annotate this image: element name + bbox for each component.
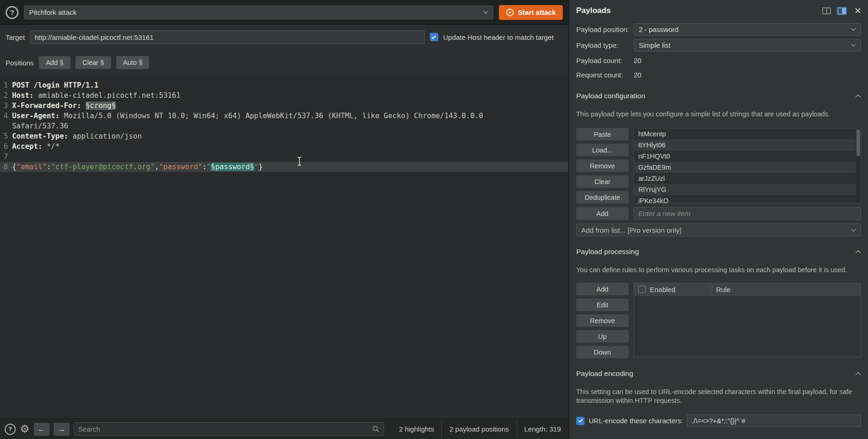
line-number: 6 bbox=[0, 141, 12, 152]
code-token: */* bbox=[42, 142, 59, 151]
start-attack-label: Start attack bbox=[518, 8, 556, 16]
deduplicate-button[interactable]: Deduplicate bbox=[576, 191, 629, 204]
payload-list-item[interactable]: htMcentp bbox=[634, 128, 856, 140]
split-layout-icon[interactable] bbox=[837, 6, 847, 15]
editor-line[interactable]: 6Accept: */* bbox=[0, 141, 568, 152]
payload-count-value: 20 bbox=[634, 57, 861, 64]
move-rule-down-button[interactable]: Down bbox=[576, 346, 629, 358]
line-number: 3 bbox=[0, 101, 12, 111]
editor-line[interactable]: 4User-Agent: Mozilla/5.0 (Windows NT 10.… bbox=[0, 111, 568, 121]
line-number: 8 bbox=[0, 162, 12, 172]
chevron-down-icon bbox=[851, 229, 856, 232]
payload-configuration-controls: Paste Load... Remove Clear Deduplicate h… bbox=[576, 128, 861, 220]
help-icon[interactable]: ? bbox=[6, 6, 19, 19]
help-icon[interactable]: ? bbox=[5, 424, 16, 435]
payload-list-scrollbar[interactable] bbox=[856, 128, 861, 203]
code-token: POST /login HTTP/1.1 bbox=[12, 81, 99, 89]
clear-positions-button[interactable]: Clear § bbox=[75, 56, 111, 69]
payload-configuration-title: Payload configuration bbox=[576, 92, 645, 100]
search-box bbox=[74, 422, 384, 436]
payloads-panel: Payloads × Payload position: 2 - passwor… bbox=[569, 0, 868, 439]
code-token: User-Agent: bbox=[12, 112, 60, 120]
scrollbar-thumb[interactable] bbox=[856, 129, 860, 156]
processing-rules-table: Enabled Rule bbox=[634, 283, 861, 357]
payload-configuration-description: This payload type lets you configure a s… bbox=[576, 110, 861, 119]
editor-line[interactable]: 7 bbox=[0, 152, 568, 162]
payload-type-select[interactable]: Simple list bbox=[634, 39, 861, 51]
payload-list-item[interactable]: jPKe34kQ bbox=[634, 195, 856, 204]
panel-header-icons: × bbox=[821, 5, 861, 16]
move-rule-up-button[interactable]: Up bbox=[576, 330, 629, 343]
editor-line[interactable]: Safari/537.36 bbox=[0, 121, 568, 131]
payload-position-select[interactable]: 2 - password bbox=[634, 23, 861, 36]
url-encode-label: URL-encode these characters: bbox=[589, 417, 683, 425]
edit-rule-button[interactable]: Edit bbox=[576, 299, 629, 311]
encode-characters-input[interactable] bbox=[687, 414, 861, 427]
payload-encoding-section-header[interactable]: Payload encoding bbox=[576, 369, 861, 378]
editor-line[interactable]: 5Content-Type: application/json bbox=[0, 131, 568, 141]
chevron-up-icon[interactable] bbox=[855, 94, 861, 98]
auto-positions-button[interactable]: Auto § bbox=[116, 56, 150, 69]
close-icon[interactable]: × bbox=[855, 5, 861, 16]
editor-line[interactable]: 2Host: amiable-citadel.picoctf.net:53161 bbox=[0, 90, 568, 101]
search-input[interactable] bbox=[74, 422, 384, 436]
payload-list-item[interactable]: 6YHlyt06 bbox=[634, 140, 856, 151]
code-token: Safari/537.36 bbox=[12, 122, 68, 130]
start-attack-button[interactable]: Start attack bbox=[499, 5, 563, 20]
add-payload-button[interactable]: Add bbox=[576, 207, 629, 220]
code-token bbox=[81, 102, 85, 110]
new-payload-input[interactable] bbox=[634, 207, 861, 220]
rules-table-body[interactable] bbox=[634, 296, 861, 357]
code-token: " bbox=[207, 163, 211, 171]
editor-line[interactable]: 8{"email":"ctf-player@picoctf.org","pass… bbox=[0, 162, 568, 172]
request-length: Length: 319 bbox=[516, 419, 568, 439]
editor-line[interactable]: 1POST /login HTTP/1.1 bbox=[0, 80, 568, 90]
previous-match-button[interactable]: ← bbox=[34, 423, 50, 436]
line-number: 7 bbox=[0, 152, 12, 162]
target-url-input[interactable] bbox=[30, 31, 425, 44]
dock-layout-icon[interactable] bbox=[821, 6, 832, 15]
payload-positions-count: 2 payload positions bbox=[441, 419, 516, 439]
target-row: Target Update Host header to match targe… bbox=[0, 25, 568, 49]
positions-toolbar: Positions Add § Clear § Auto § bbox=[0, 49, 568, 76]
clear-button[interactable]: Clear bbox=[576, 175, 629, 188]
editor-line[interactable]: 3X-Forwarded-For: §crong§ bbox=[0, 101, 568, 111]
add-rule-button[interactable]: Add bbox=[576, 283, 629, 295]
code-line-text: Content-Type: application/json bbox=[12, 131, 142, 141]
load-button[interactable]: Load... bbox=[576, 144, 629, 156]
remove-rule-button[interactable]: Remove bbox=[576, 314, 629, 327]
payload-processing-section-header[interactable]: Payload processing bbox=[576, 248, 861, 256]
settings-gear-icon[interactable]: ⚙ bbox=[20, 424, 30, 434]
add-position-button[interactable]: Add § bbox=[39, 56, 70, 69]
code-line-text: POST /login HTTP/1.1 bbox=[12, 80, 99, 90]
code-token: " bbox=[254, 163, 258, 171]
check-icon bbox=[431, 35, 436, 39]
url-encode-checkbox[interactable] bbox=[576, 417, 585, 425]
request-editor[interactable]: 1POST /login HTTP/1.12Host: amiable-cita… bbox=[0, 76, 568, 419]
code-line-text: User-Agent: Mozilla/5.0 (Windows NT 10.0… bbox=[12, 111, 483, 121]
enable-all-rules-checkbox[interactable] bbox=[638, 286, 646, 293]
remove-button[interactable]: Remove bbox=[576, 159, 629, 172]
payload-list-item[interactable]: arJzZUzl bbox=[634, 173, 856, 184]
payload-list-item[interactable]: nF1HQVt0 bbox=[634, 151, 856, 162]
payload-list-item[interactable]: GzfaDE9m bbox=[634, 162, 856, 173]
payload-configuration-section-header[interactable]: Payload configuration bbox=[576, 92, 861, 100]
payload-processing-controls: Add Edit Remove Up Down Enabled Rule bbox=[576, 283, 861, 358]
payload-list-item[interactable]: RlYrujYG bbox=[634, 184, 856, 195]
attack-type-select[interactable]: Pitchfork attack bbox=[24, 6, 493, 19]
chevron-up-icon[interactable] bbox=[855, 372, 861, 375]
code-token: , bbox=[155, 163, 159, 171]
help-glyph: ? bbox=[8, 426, 12, 433]
paste-button[interactable]: Paste bbox=[576, 128, 629, 140]
chevron-up-icon[interactable] bbox=[855, 250, 861, 254]
update-host-label: Update Host header to match target bbox=[443, 33, 554, 41]
attack-pane: ? Pitchfork attack Start attack Target U… bbox=[0, 0, 569, 439]
processing-rule-buttons: Add Edit Remove Up Down bbox=[576, 283, 629, 358]
positions-label: Positions bbox=[6, 59, 34, 67]
update-host-checkbox[interactable] bbox=[430, 33, 438, 41]
rules-table-header: Enabled Rule bbox=[634, 283, 861, 296]
add-from-list-select[interactable]: Add from list... [Pro version only] bbox=[576, 223, 861, 236]
next-match-button[interactable]: → bbox=[54, 423, 69, 436]
code-token: Accept: bbox=[12, 142, 42, 151]
payload-list[interactable]: htMcentp6YHlyt06nF1HQVt0GzfaDE9marJzZUzl… bbox=[634, 128, 861, 204]
